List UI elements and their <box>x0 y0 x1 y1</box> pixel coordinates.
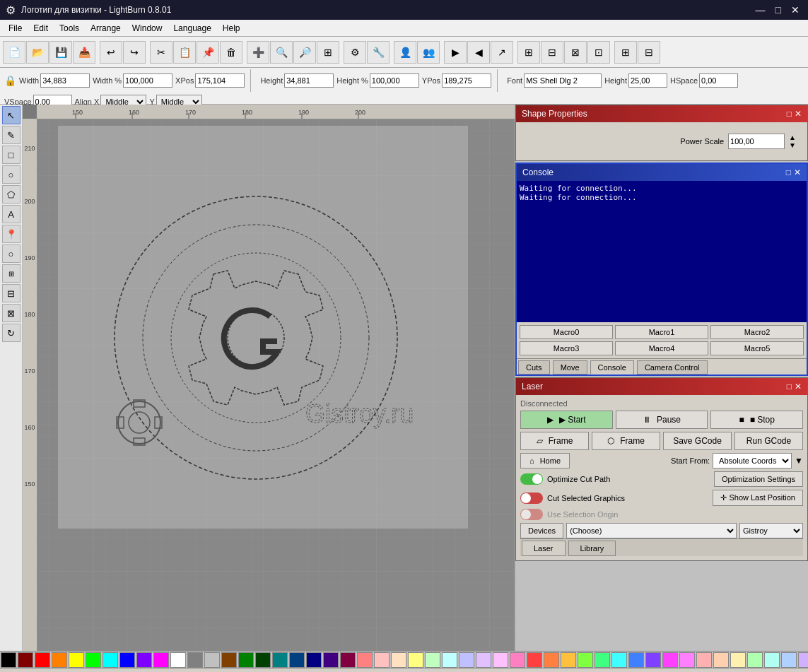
devices-button[interactable]: Devices <box>520 523 563 538</box>
color-swatch[interactable] <box>696 652 712 668</box>
color-swatch[interactable] <box>391 652 406 668</box>
color-swatch[interactable] <box>442 652 457 668</box>
tab-laser[interactable]: Laser <box>522 541 566 556</box>
width-pct-input[interactable] <box>123 73 172 88</box>
canvas-area[interactable]: 150 160 170 180 190 200 210 200 190 <box>23 105 515 651</box>
color-swatch[interactable] <box>306 652 322 668</box>
color-swatch[interactable] <box>561 652 576 668</box>
ypos-input[interactable] <box>442 73 491 88</box>
macro5-button[interactable]: Macro5 <box>710 341 804 355</box>
copy-button[interactable]: 📋 <box>173 41 196 64</box>
height-pct-input[interactable] <box>370 73 419 88</box>
pause-button[interactable]: ⏸ Pause <box>616 411 708 429</box>
color-swatch[interactable] <box>510 652 525 668</box>
rectangle-tool[interactable]: □ <box>2 146 21 164</box>
macro4-button[interactable]: Macro4 <box>615 341 708 355</box>
tab-cuts[interactable]: Cuts <box>518 360 550 375</box>
menu-language[interactable]: Language <box>168 22 216 35</box>
grid2-button[interactable]: ⊟ <box>541 41 563 64</box>
tab-move[interactable]: Move <box>553 360 587 375</box>
zoom-in-button[interactable]: 🔎 <box>293 41 316 64</box>
tab-camera-control[interactable]: Camera Control <box>637 360 708 375</box>
more1-button[interactable]: ⊞ <box>614 41 637 64</box>
color-swatch[interactable] <box>578 652 593 668</box>
console-close-button[interactable]: ✕ <box>794 167 801 177</box>
console-float-button[interactable]: □ <box>786 167 791 177</box>
arrow2-button[interactable]: ◀ <box>467 41 490 64</box>
undo-button[interactable]: ↩ <box>100 41 122 64</box>
cut-button[interactable]: ✂ <box>150 41 172 64</box>
color-swatch[interactable] <box>527 652 542 668</box>
color-swatch[interactable] <box>323 652 339 668</box>
menu-help[interactable]: Help <box>217 22 246 35</box>
text-tool[interactable]: A <box>2 205 21 223</box>
color-swatch[interactable] <box>730 652 746 668</box>
color-swatch[interactable] <box>781 652 797 668</box>
optimization-settings-button[interactable]: Optimization Settings <box>714 471 803 487</box>
close-button[interactable]: ✕ <box>788 4 802 16</box>
color-swatch[interactable] <box>544 652 559 668</box>
new-button[interactable]: 📄 <box>3 41 25 64</box>
shape-props-close-button[interactable]: ✕ <box>795 109 802 119</box>
menu-file[interactable]: File <box>3 22 28 35</box>
color-swatch[interactable] <box>35 652 50 668</box>
color-swatch[interactable] <box>459 652 474 668</box>
line-tool[interactable]: ○ <box>2 244 21 263</box>
menu-window[interactable]: Window <box>127 22 168 35</box>
polygon-tool[interactable]: ⬠ <box>2 185 21 204</box>
shape-props-float-button[interactable]: □ <box>787 109 792 119</box>
color-swatch[interactable] <box>204 652 220 668</box>
device-name-select[interactable]: Gistroy <box>739 523 803 538</box>
maximize-button[interactable]: □ <box>773 4 784 16</box>
menu-tools[interactable]: Tools <box>54 22 85 35</box>
color-swatch[interactable] <box>69 652 84 668</box>
device-choose-select[interactable]: (Choose) <box>566 523 737 538</box>
color-swatch[interactable] <box>425 652 440 668</box>
color-swatch[interactable] <box>798 652 808 668</box>
menu-arrange[interactable]: Arrange <box>85 22 127 35</box>
paste-button[interactable]: 📌 <box>197 41 219 64</box>
measure-tool[interactable]: ⊟ <box>2 284 21 302</box>
start-from-select[interactable]: Absolute Coords User Origin Current Posi… <box>713 453 792 468</box>
cut-selected-graphics-toggle[interactable] <box>520 493 543 504</box>
open-button[interactable]: 📂 <box>26 41 49 64</box>
redo-button[interactable]: ↪ <box>123 41 146 64</box>
rotate-tool[interactable]: ↻ <box>2 324 21 342</box>
menu-edit[interactable]: Edit <box>28 22 54 35</box>
tab-console[interactable]: Console <box>590 360 634 375</box>
color-swatch[interactable] <box>493 652 508 668</box>
grid4-button[interactable]: ⊡ <box>587 41 610 64</box>
arrow3-button[interactable]: ↗ <box>491 41 513 64</box>
tab-library[interactable]: Library <box>568 541 616 556</box>
color-swatch[interactable] <box>408 652 423 668</box>
grid-tool[interactable]: ⊠ <box>2 304 21 322</box>
color-swatch[interactable] <box>238 652 254 668</box>
save-gcode-button[interactable]: Save GCode <box>663 432 732 450</box>
zoom-fit-button[interactable]: ⊞ <box>317 41 339 64</box>
color-swatch[interactable] <box>357 652 373 668</box>
color-swatch[interactable] <box>289 652 305 668</box>
macro1-button[interactable]: Macro1 <box>615 325 708 339</box>
font-height-input[interactable] <box>628 73 667 88</box>
start-button[interactable]: ▶ ▶ Start <box>520 411 613 429</box>
height-input[interactable] <box>284 73 334 88</box>
search-button[interactable]: 🔍 <box>270 41 293 64</box>
pin-tool[interactable]: 📍 <box>2 225 21 243</box>
add-button[interactable]: ➕ <box>247 41 269 64</box>
edit-node-tool[interactable]: ✎ <box>2 126 21 144</box>
color-swatch[interactable] <box>272 652 288 668</box>
xpos-input[interactable] <box>195 73 245 88</box>
arrow1-button[interactable]: ▶ <box>444 41 467 64</box>
select-tool[interactable]: ↖ <box>2 106 21 124</box>
frame2-button[interactable]: ⬡ Frame <box>592 432 660 450</box>
user1-button[interactable]: 👤 <box>394 41 416 64</box>
color-swatch[interactable] <box>52 652 67 668</box>
color-swatch[interactable] <box>340 652 356 668</box>
hspace-input[interactable] <box>699 73 738 88</box>
color-swatch[interactable] <box>764 652 780 668</box>
color-swatch[interactable] <box>628 652 644 668</box>
color-swatch[interactable] <box>476 652 491 668</box>
settings-button[interactable]: ⚙ <box>344 41 366 64</box>
color-swatch[interactable] <box>1 652 16 668</box>
laser-float-button[interactable]: □ <box>787 382 792 391</box>
